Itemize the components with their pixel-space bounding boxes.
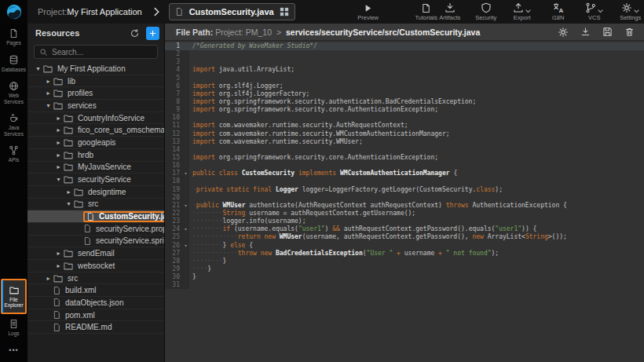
tree-item[interactable]: ▸googleapis: [27, 137, 164, 149]
file-path-label: File Path:: [176, 27, 213, 37]
expand-arrow-icon[interactable]: ▸: [54, 250, 63, 257]
tree-item[interactable]: ▸lib: [27, 75, 164, 88]
action-label: Export: [514, 14, 531, 21]
refresh-icon[interactable]: [130, 28, 140, 38]
artifacts-button[interactable]: Artifacts: [438, 2, 462, 21]
sidebar-item-apis[interactable]: APIs: [0, 141, 27, 167]
tree-item[interactable]: build.xml: [27, 284, 164, 297]
folder-icon: [63, 174, 74, 185]
expand-arrow-icon[interactable]: ▸: [54, 262, 63, 269]
save-icon[interactable]: [602, 27, 613, 38]
line-number: 26: [165, 242, 182, 250]
tree-item[interactable]: README.md: [27, 321, 164, 334]
sidebar-item-file-explorer[interactable]: File Explorer: [1, 279, 27, 314]
tree-item[interactable]: ▸profiles: [27, 87, 164, 100]
folder-icon: [63, 125, 74, 135]
tree-item[interactable]: ▸fico_core_us_omschema: [27, 124, 164, 137]
tab-customsecurity-java[interactable]: CustomSecurity.java: [169, 3, 295, 20]
sidebar-item-java-services[interactable]: Java Services: [0, 108, 27, 141]
settings-button[interactable]: Settings: [619, 2, 642, 21]
gear-icon: [621, 2, 632, 13]
folder-icon: [53, 101, 64, 111]
security-button[interactable]: Security: [474, 2, 498, 21]
sidebar-item-databases[interactable]: Databases: [0, 50, 27, 77]
expand-arrow-icon[interactable]: ▸: [54, 139, 63, 146]
tree-item[interactable]: ▸MyJavaService: [27, 162, 164, 174]
expand-arrow-icon[interactable]: ▸: [44, 90, 53, 97]
code-line: 17▾public class CustomSecurity implement…: [165, 170, 644, 177]
tree-item[interactable]: ▸hrdb: [27, 149, 164, 162]
download-icon[interactable]: [580, 27, 591, 38]
sidebar-item-logs[interactable]: Logs: [0, 314, 27, 341]
tree-item[interactable]: ▾services: [27, 100, 164, 112]
expand-arrow-icon[interactable]: ▸: [54, 126, 63, 133]
fold-toggle-icon[interactable]: ▾: [182, 242, 189, 250]
gear-icon[interactable]: [558, 27, 569, 38]
tree-item[interactable]: pom.xml: [27, 309, 164, 322]
add-resource-button[interactable]: [146, 27, 159, 40]
code-line: 1/*Generated by WaveMaker Studio*/: [165, 42, 644, 50]
wavemaker-logo[interactable]: [0, 0, 27, 24]
tree-item[interactable]: ▾My First Application: [27, 63, 164, 75]
folder-icon: [63, 261, 74, 271]
code-line: 25············return new WMUser(username…: [165, 233, 644, 241]
tree-item[interactable]: ▸websocket: [27, 260, 164, 272]
more-options-button[interactable]: •••: [0, 340, 27, 362]
trash-icon[interactable]: [624, 27, 635, 38]
i18n-button[interactable]: Ai18N: [547, 2, 570, 21]
vcs-button[interactable]: VCS: [583, 2, 606, 21]
line-number: 6: [165, 82, 182, 90]
code-editor[interactable]: 1/*Generated by WaveMaker Studio*/234imp…: [165, 41, 644, 289]
sidebar-item-label: Java Services: [4, 125, 24, 137]
collapse-arrow-icon[interactable]: ▾: [34, 65, 42, 72]
expand-arrow-icon[interactable]: ▸: [64, 188, 73, 196]
top-bar: Project:My First Application CustomSecur…: [0, 0, 644, 24]
tree-item[interactable]: ▾src: [27, 199, 164, 211]
expand-arrow-icon[interactable]: ▸: [44, 78, 53, 85]
tree-item[interactable]: securityService.properties: [27, 223, 164, 236]
grid-icon[interactable]: [280, 7, 289, 16]
file-path-separator: >: [274, 27, 284, 37]
code-line: 6import org.slf4j.Logger;: [165, 82, 644, 90]
collapse-arrow-icon[interactable]: ▾: [64, 200, 73, 207]
collapse-arrow-icon[interactable]: ▾: [44, 102, 53, 109]
code-line: 9import org.springframework.security.cor…: [165, 106, 644, 114]
tutorials-button[interactable]: Tutorials: [415, 2, 438, 21]
code-line: 31: [165, 281, 644, 289]
tree-item[interactable]: ▸designtime: [27, 186, 164, 199]
tree-item[interactable]: ▸CountryInfoService: [27, 112, 164, 125]
action-label: Artifacts: [439, 14, 460, 21]
code-line: 16: [165, 162, 644, 170]
preview-button[interactable]: Preview: [357, 2, 380, 21]
expand-arrow-icon[interactable]: ▸: [44, 275, 53, 282]
export-button[interactable]: Export: [510, 2, 534, 21]
expand-arrow-icon[interactable]: ▸: [54, 163, 63, 170]
action-label: VCS: [588, 14, 600, 21]
line-number: 31: [165, 281, 182, 289]
search-input[interactable]: [52, 48, 152, 57]
code-text: ·private static final Logger logger=Logg…: [189, 186, 644, 194]
expand-arrow-icon[interactable]: ▸: [54, 152, 63, 159]
search-box[interactable]: [34, 45, 158, 59]
tree-item[interactable]: dataObjects.json: [27, 297, 164, 309]
tree-item[interactable]: ▾securityService: [27, 174, 164, 186]
sidebar-item-web-services[interactable]: Web Services: [0, 76, 27, 108]
code-text: [189, 50, 644, 58]
tree-item[interactable]: ▸src: [27, 272, 164, 285]
sidebar-item-pages[interactable]: Pages: [0, 24, 27, 50]
code-text: ········if (username.equals("user1") && …: [189, 225, 644, 233]
tree-item-label: src: [88, 199, 98, 208]
code-line: 12import com.wavemaker.runtime.security.…: [165, 130, 644, 138]
line-number: 5: [165, 75, 182, 82]
code-text: import org.slf4j.Logger;: [189, 82, 644, 90]
fold-toggle-icon[interactable]: ▾: [182, 225, 189, 233]
sidebar-item-label: Web Services: [4, 93, 24, 104]
expand-arrow-icon[interactable]: ▸: [54, 115, 63, 122]
fold-toggle-icon[interactable]: ▾: [182, 170, 189, 177]
collapse-arrow-icon[interactable]: ▾: [54, 176, 63, 183]
gutter-space: [182, 82, 189, 90]
tree-item[interactable]: securityService.spring.xml: [27, 236, 164, 248]
tree-item[interactable]: ▸sendEmail: [27, 247, 164, 260]
fold-toggle-icon[interactable]: ▾: [182, 202, 189, 210]
tree-item[interactable]: CustomSecurity.java: [27, 210, 164, 223]
